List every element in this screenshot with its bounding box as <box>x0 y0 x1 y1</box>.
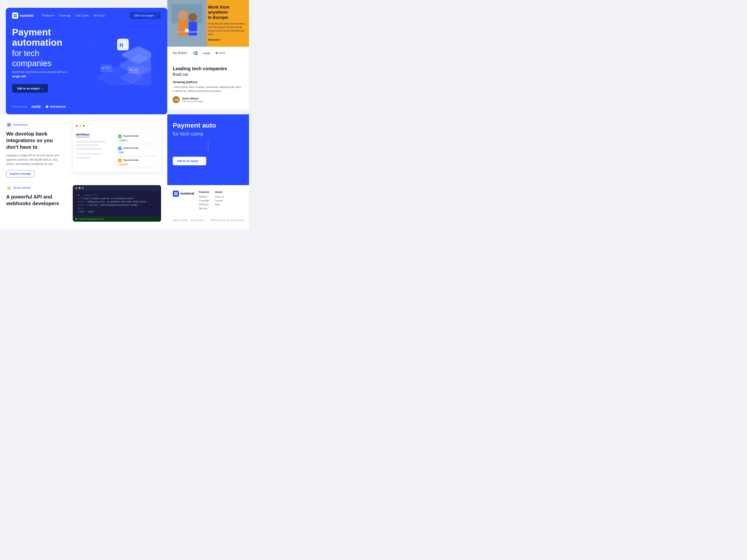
logo-container: numeral <box>12 12 33 19</box>
workflow-card-header <box>73 122 161 130</box>
workflow-right-panel: Payment Order created Payment Order sent <box>116 133 158 169</box>
svg-rect-26 <box>7 124 9 125</box>
developers-tag: 🤙 DEVELOPERS <box>6 185 65 191</box>
svg-text:+: + <box>95 67 97 71</box>
swile-press-logo: swile <box>203 52 210 55</box>
hero-cta-button[interactable]: Talk to an expert → <box>12 84 48 93</box>
footer-about-col: About About us Careers Blog <box>215 191 224 211</box>
svg-rect-27 <box>9 124 10 125</box>
order-title-2: Payment Order <box>123 147 139 149</box>
dot-red <box>76 125 78 127</box>
spen-logo: SPEN <box>215 52 225 54</box>
cta-section: Payment autofor tech comp Talk to an exp… <box>167 114 249 185</box>
code-dot-red <box>76 187 77 189</box>
dot-green <box>83 125 85 127</box>
footer-legal-mentions[interactable]: Legal mentions <box>173 219 187 221</box>
svg-rect-2 <box>14 16 15 17</box>
order-badge-sent: sent <box>118 151 125 154</box>
testimonial-author: JW James Wilson Community Manager <box>173 96 243 103</box>
author-avatar: JW <box>173 96 180 103</box>
testimonial-section: Leading tech companies trust us Amazing … <box>167 60 249 109</box>
code-validated: Payment Validated by John <box>73 216 161 222</box>
footer-privacy-policy[interactable]: Privacy Policy <box>190 219 204 221</box>
footer-link-security[interactable]: Security <box>199 207 209 210</box>
nav-cta-button[interactable]: Talk to an expert → <box>130 12 161 19</box>
hero-title: Payment automation for tech companies <box>12 27 75 68</box>
code-dot-green <box>82 187 84 189</box>
logo-icon <box>12 12 18 19</box>
footer-link-apidocs[interactable]: API Docs <box>199 203 209 206</box>
testimonial-card-title: Amazing platform <box>173 80 243 84</box>
press-section: les Echos TC swile SPEN <box>167 47 249 60</box>
workflow-circle <box>76 153 78 155</box>
workflow-item-dot-1 <box>76 153 113 155</box>
testimonial-heading: Leading tech companies trust us <box>173 66 243 77</box>
discover-link[interactable]: Discover > <box>208 38 245 41</box>
hero-section: numeral Platform ▾ Coverage Use Cases AP… <box>6 8 167 114</box>
techcrunch-logo: TC <box>193 52 198 55</box>
footer-link-coverage[interactable]: Coverage <box>199 199 209 202</box>
coverage-tag-label: COVERAGE <box>13 124 28 126</box>
logo-text: numeral <box>20 14 33 18</box>
workflow-card-body: Workflows <box>73 130 161 172</box>
svg-text:+: + <box>147 71 149 74</box>
trust-label: They trust us! <box>12 105 27 108</box>
nav-link-platform[interactable]: Platform ▾ <box>42 14 54 17</box>
coverage-section: COVERAGE We develop bank integrations so… <box>6 122 65 177</box>
work-card-text: Work fromanywherein Europe. Hiring the b… <box>204 0 249 46</box>
footer-logo-icon <box>173 191 179 197</box>
order-item-1: Payment Order created <box>116 133 158 143</box>
les-echos-logo: les Echos <box>173 51 187 55</box>
workflow-left-panel: Workflows <box>76 133 113 169</box>
coverage-tag-icon <box>6 122 12 128</box>
order-icon-1 <box>118 134 122 138</box>
order-item-2: Payment Order sent <box>116 145 158 155</box>
developers-section: 🤙 DEVELOPERS A powerful API and webhooks… <box>0 185 167 230</box>
svg-text:+: + <box>144 42 145 45</box>
nav-link-coverage[interactable]: Coverage <box>59 14 71 17</box>
explore-coverage-button[interactable]: Explore coverage <box>6 170 35 177</box>
work-card-image <box>167 0 207 47</box>
footer-link-platform[interactable]: Platform <box>199 195 209 198</box>
developers-tag-icon: 🤙 <box>6 185 12 191</box>
bottom-section: COVERAGE We develop bank integrations so… <box>0 114 167 185</box>
workflow-item-3 <box>76 148 102 150</box>
svg-rect-36 <box>176 194 177 195</box>
cta-title: Payment autofor tech comp <box>173 121 243 137</box>
svg-rect-29 <box>9 125 10 126</box>
svg-point-20 <box>178 10 188 20</box>
svg-rect-13 <box>134 71 136 71</box>
order-icon-3 <box>118 158 122 162</box>
svg-rect-3 <box>16 16 17 17</box>
footer-link-about-us[interactable]: About us <box>215 195 224 198</box>
svg-rect-9 <box>105 69 109 69</box>
footer-link-careers[interactable]: Careers <box>215 199 224 202</box>
footer-link-blog[interactable]: Blog <box>215 203 224 206</box>
order-badge-created: created <box>118 139 128 142</box>
trust-bar: They trust us! swile SPENDESK <box>6 101 167 114</box>
footer-logo-text: numeral <box>181 191 194 195</box>
developers-heading: A powerful API and webhooks developers <box>6 194 65 207</box>
cta-talk-expert-button[interactable]: Talk to an expert → <box>173 157 206 165</box>
testimonial-title: Leading tech companies trust us <box>173 66 243 77</box>
validated-dot <box>76 218 77 220</box>
svg-text:n: n <box>120 41 123 48</box>
svg-rect-28 <box>7 125 9 126</box>
svg-rect-25 <box>185 29 189 32</box>
nav-link-apidocs[interactable]: API Docs <box>93 14 105 17</box>
order-title-1: Payment Order <box>123 135 139 137</box>
svg-rect-34 <box>176 192 177 193</box>
spendesk-logo: SPENDESK <box>46 105 66 108</box>
hero-illustration: n ≋ + <box>79 35 161 85</box>
work-card-title: Work fromanywherein Europe. <box>208 5 245 20</box>
testimonial-card: Amazing platform "Lorem ipsum dolor sit … <box>173 80 243 103</box>
code-card: curl --request POST \ --url https://sand… <box>73 185 161 222</box>
order-icon-2 <box>118 146 122 150</box>
author-name: James Wilson <box>182 97 203 100</box>
coverage-tag: COVERAGE <box>6 122 65 128</box>
testimonial-card-text: "Lorem ipsum dolor sit amet, consectetur… <box>173 85 243 93</box>
svg-rect-12 <box>134 69 137 70</box>
order-badge-executed: executed <box>118 163 129 166</box>
author-info: James Wilson Community Manager <box>182 97 203 103</box>
nav-link-usecases[interactable]: Use Cases <box>76 14 89 17</box>
